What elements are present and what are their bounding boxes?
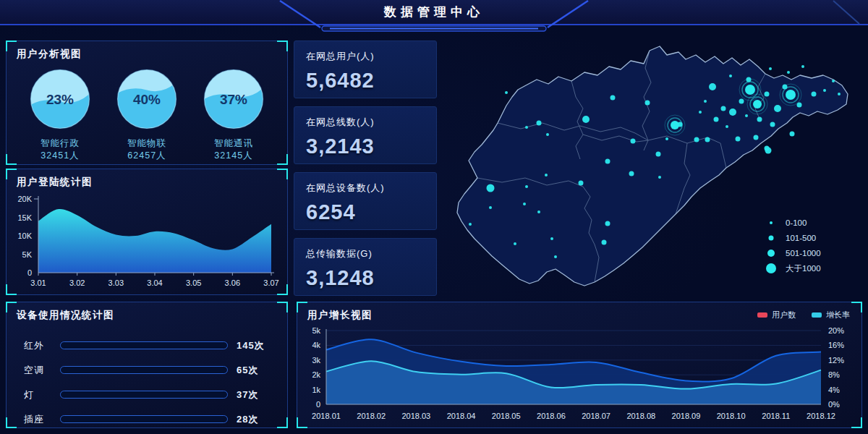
map-dot xyxy=(765,92,770,97)
corner-bracket xyxy=(6,41,17,51)
corner-bracket xyxy=(277,169,288,179)
svg-text:0: 0 xyxy=(316,400,320,409)
stat-card-value: 5,6482 xyxy=(306,69,425,93)
stat-card-value: 6254 xyxy=(306,200,425,224)
svg-text:5K: 5K xyxy=(22,250,33,259)
map-legend-dot xyxy=(770,221,773,224)
svg-text:2018.06: 2018.06 xyxy=(537,412,566,420)
device-row: 灯37次 xyxy=(24,385,273,404)
svg-text:3.02: 3.02 xyxy=(69,278,85,287)
map-dot xyxy=(705,137,710,142)
device-row: 红外145次 xyxy=(24,336,273,355)
map-dot xyxy=(812,92,817,97)
panel-device-usage: 设备使用情况统计图 红外145次空调65次灯37次插座28次窗帘24次 xyxy=(6,302,288,428)
device-bar-track xyxy=(60,391,228,399)
map-dot xyxy=(602,240,607,245)
corner-bracket xyxy=(277,302,288,312)
device-bar-chart: 红外145次空调65次灯37次插座28次窗帘24次 xyxy=(7,325,287,434)
map-legend: 0-100101-500501-1000大于1000 xyxy=(766,218,821,273)
map-dot xyxy=(537,210,540,213)
legend-label: 用户数 xyxy=(772,310,796,320)
svg-text:3.05: 3.05 xyxy=(186,278,201,287)
svg-text:2018.10: 2018.10 xyxy=(717,412,746,420)
svg-text:2018.09: 2018.09 xyxy=(672,412,701,420)
svg-text:2018.03: 2018.03 xyxy=(401,412,430,420)
map-dot xyxy=(754,135,759,140)
panel-user-growth: 用户增长视图 用户数增长率 01k2k3k4k5k0%4%8%12%16%20%… xyxy=(297,302,862,428)
corner-bracket xyxy=(277,41,288,51)
device-value: 145次 xyxy=(237,339,273,352)
map-dot xyxy=(729,109,736,116)
corner-bracket xyxy=(6,302,17,312)
map-dot xyxy=(579,181,584,186)
panel-title-login-stats: 用户登陆统计图 xyxy=(7,169,287,192)
map-dot xyxy=(545,174,548,176)
map-dot xyxy=(645,101,650,106)
map-dot-ringed xyxy=(745,85,755,95)
map-dot xyxy=(525,185,528,188)
gauge-label: 智能物联 xyxy=(107,137,187,150)
dashboard: 数据管理中心 用户分析视图 23%智能行政32451人40%智能物联62457人… xyxy=(0,0,868,434)
map-dot xyxy=(605,159,610,164)
corner-bracket xyxy=(6,284,17,295)
map-dot xyxy=(631,139,636,144)
map-dot xyxy=(489,206,492,209)
svg-text:2018.02: 2018.02 xyxy=(357,412,386,420)
map-dot xyxy=(665,137,668,140)
stat-card-label: 总传输数据(G) xyxy=(306,247,425,260)
panel-title-device-usage: 设备使用情况统计图 xyxy=(7,302,287,325)
svg-text:10K: 10K xyxy=(17,231,32,240)
map-dot xyxy=(770,122,775,127)
corner-bracket xyxy=(851,417,862,428)
svg-text:0: 0 xyxy=(27,268,32,277)
corner-bracket xyxy=(297,417,307,428)
map-dot xyxy=(757,117,762,122)
growth-area-chart: 01k2k3k4k5k0%4%8%12%16%20%2018.012018.02… xyxy=(302,325,856,426)
svg-text:16%: 16% xyxy=(828,341,844,349)
stat-card: 在网总用户(人)5,6482 xyxy=(294,41,437,98)
map-dot xyxy=(823,89,826,92)
device-row: 空调65次 xyxy=(24,360,273,380)
corner-bracket xyxy=(6,417,17,428)
map-dot xyxy=(726,125,728,128)
gauge-count: 32451人 xyxy=(20,150,100,162)
map-dot xyxy=(514,242,516,245)
map-dot xyxy=(704,100,707,103)
map-dot xyxy=(629,171,634,176)
svg-text:0%: 0% xyxy=(828,400,840,409)
map-dot-ringed xyxy=(786,90,796,100)
map-dot xyxy=(765,146,770,151)
svg-text:12%: 12% xyxy=(828,356,844,365)
stat-card-label: 在网总设备数(人) xyxy=(306,182,425,195)
svg-text:2k: 2k xyxy=(312,370,320,379)
gauge-label: 智能行政 xyxy=(20,137,100,150)
panel-login-stats: 用户登陆统计图 05K10K15K20K3.013.023.033.043.05… xyxy=(6,169,288,295)
svg-text:3.04: 3.04 xyxy=(147,278,162,287)
map-dot xyxy=(656,152,661,157)
device-label: 插座 xyxy=(24,413,57,426)
stat-card-label: 在网总线数(人) xyxy=(306,116,425,129)
svg-text:2018.11: 2018.11 xyxy=(762,412,790,420)
legend-item-growth-rate[interactable]: 增长率 xyxy=(812,310,850,320)
map-dot xyxy=(745,114,748,117)
svg-text:3.03: 3.03 xyxy=(109,278,124,287)
device-bar-track xyxy=(60,415,228,423)
device-row: 插座28次 xyxy=(24,409,273,429)
map-dot xyxy=(694,137,699,142)
stat-card-label: 在网总用户(人) xyxy=(306,50,425,63)
svg-text:23%: 23% xyxy=(46,92,74,107)
svg-text:4%: 4% xyxy=(828,386,840,394)
svg-text:40%: 40% xyxy=(133,92,161,107)
map-dot xyxy=(525,126,528,129)
map-dot xyxy=(714,117,719,122)
legend-item-users[interactable]: 用户数 xyxy=(757,310,796,320)
map-dot xyxy=(658,176,661,179)
svg-text:2018.08: 2018.08 xyxy=(626,412,655,420)
stat-card: 在网总设备数(人)6254 xyxy=(294,172,437,230)
svg-text:3.06: 3.06 xyxy=(225,278,240,287)
liquid-gauge: 40%智能物联62457人 xyxy=(107,68,187,162)
liquid-gauge: 23%智能行政32451人 xyxy=(20,68,100,162)
map-legend-dot xyxy=(766,263,776,273)
svg-text:501-1000: 501-1000 xyxy=(786,249,821,258)
stat-card: 在网总线数(人)3,2143 xyxy=(294,106,437,164)
